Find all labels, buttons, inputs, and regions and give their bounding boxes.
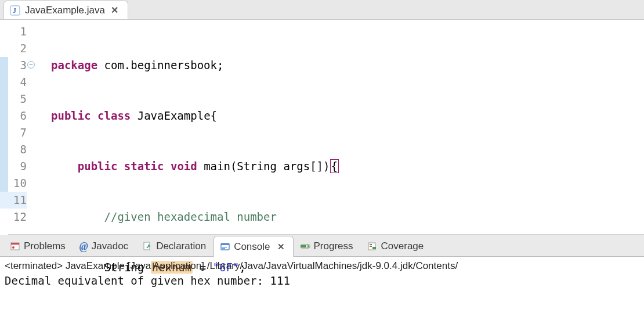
tab-label: Progress (314, 241, 353, 252)
svg-point-4 (12, 246, 15, 249)
line-number: 3− (0, 57, 27, 74)
code-text: JavaExample{ (131, 109, 217, 122)
editor-tab-bar: J JavaExample.java ✕ (0, 0, 644, 20)
svg-rect-13 (370, 244, 372, 245)
keyword: void (171, 160, 197, 173)
line-number: 9 (0, 158, 27, 175)
tab-label: Problems (24, 241, 66, 252)
close-icon[interactable]: ✕ (276, 242, 286, 252)
svg-rect-15 (372, 247, 376, 249)
matched-brace: { (330, 159, 339, 173)
line-number: 12 (0, 209, 27, 225)
keyword: static (124, 160, 164, 173)
editor-tab-label: JavaExample.java (25, 5, 105, 16)
problems-icon (10, 241, 20, 252)
line-number: 8 (0, 141, 27, 158)
svg-text:J: J (13, 6, 16, 15)
tab-label: Console (234, 241, 270, 253)
tab-label: Javadoc (92, 241, 128, 252)
svg-rect-9 (222, 248, 225, 249)
line-number: 2 (0, 40, 27, 57)
fold-collapse-icon[interactable]: − (27, 61, 35, 69)
line-number-gutter: 1 2 3− 4 5 6 7 8 9 10 11 12 (0, 20, 37, 234)
svg-rect-11 (301, 245, 306, 247)
tab-coverage[interactable]: Coverage (361, 235, 432, 256)
keyword: public (51, 109, 91, 122)
line-number: 11 (0, 192, 27, 209)
javadoc-icon: @ (79, 241, 88, 253)
code-editor[interactable]: 1 2 3− 4 5 6 7 8 9 10 11 12 package com.… (0, 20, 644, 235)
editor-tab-javaexample[interactable]: J JavaExample.java ✕ (3, 1, 128, 19)
code-text: main(String args[]) (197, 160, 330, 173)
coverage-icon (367, 241, 378, 252)
tab-javadoc[interactable]: @ Javadoc (73, 235, 136, 256)
line-number: 1 (0, 23, 27, 40)
code-content[interactable]: package com.beginnersbook; public class … (37, 20, 549, 234)
declaration-icon (142, 241, 153, 252)
console-icon (220, 242, 230, 252)
code-line (51, 310, 549, 323)
tab-declaration[interactable]: Declaration (136, 235, 214, 256)
svg-rect-7 (221, 243, 229, 245)
java-file-icon: J (10, 5, 20, 16)
line-number: 4 (0, 74, 27, 91)
keyword: package (51, 59, 97, 71)
svg-rect-8 (222, 247, 227, 247)
line-number-text: 3 (20, 59, 27, 71)
code-line: //given hexadecimal number (51, 209, 549, 225)
code-line: package com.beginnersbook; (51, 57, 549, 74)
svg-rect-3 (11, 243, 19, 245)
tab-problems[interactable]: Problems (3, 235, 73, 256)
line-number: 7 (0, 124, 27, 141)
code-text: com.beginnersbook; (97, 59, 223, 71)
line-number: 6 (0, 107, 27, 124)
close-icon[interactable]: ✕ (110, 5, 120, 16)
keyword: public (78, 160, 118, 173)
keyword: class (97, 109, 131, 122)
code-line: public static void main(String args[]){ (51, 158, 549, 175)
code-line: public class JavaExample{ (51, 107, 549, 124)
tab-label: Coverage (381, 241, 424, 252)
svg-rect-14 (370, 246, 372, 247)
tab-label: Declaration (156, 241, 206, 252)
line-number: 5 (0, 91, 27, 107)
tab-console[interactable]: Console ✕ (214, 236, 293, 257)
line-number: 10 (0, 175, 27, 192)
tab-progress[interactable]: Progress (294, 235, 361, 256)
comment: //given hexadecimal number (104, 210, 277, 223)
progress-icon (300, 241, 310, 252)
